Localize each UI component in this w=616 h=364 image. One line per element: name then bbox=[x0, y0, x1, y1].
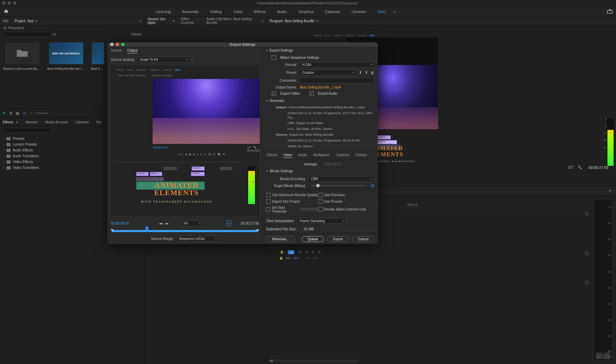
queue-button[interactable]: Queue bbox=[302, 236, 324, 242]
freeform-icon[interactable]: ▭ bbox=[23, 111, 26, 116]
source-overflow-icon[interactable]: » bbox=[262, 19, 264, 23]
icon-view-icon[interactable]: ▦ bbox=[16, 111, 19, 116]
effects-menu-icon[interactable]: ≡ bbox=[16, 120, 18, 124]
export-settings-header[interactable]: Export Settings bbox=[263, 46, 378, 54]
export-playhead-tc[interactable]: 00:00:06:00 bbox=[111, 221, 129, 225]
project-search-input[interactable] bbox=[3, 32, 51, 37]
lock-icon-2[interactable]: 🔒 bbox=[279, 256, 283, 260]
marker-dot[interactable] bbox=[585, 212, 589, 215]
import-project-checkbox[interactable] bbox=[266, 199, 271, 204]
quick-export-icon[interactable] bbox=[607, 9, 613, 14]
info-tab[interactable]: Info bbox=[3, 19, 9, 23]
program-tab[interactable]: Program: Best Selling Bundle bbox=[270, 19, 315, 23]
bin-item-2[interactable]: Best Sell... bbox=[91, 42, 105, 70]
bitrate-encoding-dropdown[interactable]: CBR bbox=[309, 176, 374, 182]
home-icon[interactable] bbox=[3, 9, 9, 14]
ws-audio[interactable]: Audio bbox=[277, 10, 287, 14]
rtab-mux[interactable]: Multiplexer bbox=[313, 153, 330, 158]
ws-editing[interactable]: Editing bbox=[210, 10, 222, 14]
out-icon[interactable]: ⭲ bbox=[314, 256, 317, 260]
project-file: Test.prproj bbox=[8, 26, 24, 30]
dlg-close-icon[interactable] bbox=[116, 43, 119, 46]
render-alpha-checkbox[interactable] bbox=[318, 207, 323, 212]
ws-assembly[interactable]: Assembly bbox=[182, 10, 199, 14]
next-frame-icon[interactable]: ▸▸ bbox=[165, 221, 169, 225]
panel-overflow-icon[interactable]: » bbox=[140, 19, 142, 23]
workspace-overflow-icon[interactable]: » bbox=[394, 10, 396, 14]
ws-graphics[interactable]: Graphics bbox=[298, 10, 313, 14]
wrench-icon[interactable]: 🔧 bbox=[578, 165, 582, 169]
rtab-effects[interactable]: Effects bbox=[267, 153, 277, 158]
ws-main[interactable]: Main bbox=[378, 10, 386, 14]
export-video-checkbox[interactable] bbox=[272, 91, 276, 96]
ws-captions[interactable]: Captions bbox=[325, 10, 340, 14]
time-interp-dropdown[interactable]: Frame Sampling bbox=[297, 218, 346, 224]
panel-menu-icon[interactable]: ≡ bbox=[36, 19, 38, 23]
tab-effects[interactable]: Effects bbox=[3, 120, 13, 124]
bitrate-header[interactable]: Bitrate Settings bbox=[263, 167, 378, 175]
preset-dropdown[interactable]: Custom bbox=[300, 70, 356, 76]
export-button[interactable]: Export bbox=[327, 236, 349, 242]
aspect-icon[interactable]: ▭ bbox=[226, 220, 231, 226]
max-render-checkbox[interactable] bbox=[266, 193, 271, 197]
in-icon[interactable]: ⭰ bbox=[308, 256, 311, 260]
metadata-button[interactable]: Metadata... bbox=[266, 236, 295, 242]
export-range-slider[interactable] bbox=[112, 230, 258, 232]
save-preset-icon[interactable]: ⬇ bbox=[359, 70, 362, 75]
dlg-tab-source[interactable]: Source bbox=[111, 49, 122, 53]
bin-item-0[interactable]: Bounce Color Lucent Ba... 21 items bbox=[3, 42, 41, 70]
track-A3[interactable]: A3 bbox=[288, 250, 294, 254]
project-tab[interactable]: Project: Test bbox=[15, 19, 34, 23]
ws-libraries[interactable]: Libraries bbox=[351, 10, 366, 14]
start-tc-checkbox[interactable] bbox=[266, 207, 270, 212]
effects-search-input[interactable] bbox=[3, 128, 51, 133]
sync-icon[interactable]: ⊟ bbox=[298, 250, 301, 254]
prev-frame-icon[interactable]: ◂◂ bbox=[159, 221, 163, 225]
ws-effects[interactable]: Effects bbox=[254, 10, 265, 14]
window-controls[interactable] bbox=[2, 1, 16, 5]
delete-preset-icon[interactable]: 🗑 bbox=[371, 71, 374, 75]
use-previews-checkbox[interactable] bbox=[318, 193, 323, 197]
sort-icon[interactable]: ○ bbox=[29, 111, 32, 115]
bin-item-1[interactable]: BEST SELLER BUNDLE Best Selling Bundle.m… bbox=[47, 42, 85, 70]
bin-icon[interactable]: 🗀 bbox=[3, 26, 7, 30]
comments-input[interactable] bbox=[300, 78, 374, 83]
source-tab[interactable]: Source: (no clips) bbox=[147, 17, 171, 25]
source-range-dropdown[interactable]: Sequence In/Out bbox=[177, 236, 219, 242]
match-sequence-checkbox[interactable] bbox=[272, 55, 276, 60]
use-proxies-checkbox[interactable] bbox=[318, 199, 323, 204]
source-scaling-dropdown[interactable]: Scale To Fit bbox=[138, 57, 190, 63]
audio-mixer-tab[interactable]: Audio Clip Mixer: Best Selling Bundle bbox=[207, 17, 256, 25]
add-button-icon[interactable]: ＋ bbox=[608, 188, 613, 194]
fit-dropdown[interactable]: Fit bbox=[182, 220, 203, 226]
target-bitrate-value[interactable]: 16 bbox=[371, 184, 374, 188]
dlg-zoom-icon[interactable] bbox=[121, 43, 125, 46]
import-preset-icon[interactable]: ⬆ bbox=[365, 70, 368, 75]
lock-icon[interactable]: 🔒 bbox=[280, 250, 284, 254]
list-view-icon[interactable]: ≣ bbox=[9, 111, 12, 116]
pen-icon[interactable]: ✎ bbox=[3, 111, 6, 116]
rtab-captions[interactable]: Captions bbox=[336, 153, 349, 158]
export-audio-checkbox[interactable] bbox=[309, 91, 314, 96]
tab-markers[interactable]: Markers bbox=[25, 120, 38, 124]
new-bin-icon[interactable]: 🗀 bbox=[53, 32, 56, 36]
rtab-publish[interactable]: Publish bbox=[356, 153, 367, 158]
source-menu-icon[interactable]: ≡ bbox=[173, 19, 175, 23]
tab-media-browser[interactable]: Media Browser bbox=[45, 120, 68, 124]
program-menu-icon[interactable]: ≡ bbox=[317, 19, 319, 23]
ws-learning[interactable]: Learning bbox=[156, 10, 171, 14]
output-name-link[interactable]: Best Selling Bundle_1.mp4 bbox=[300, 85, 341, 89]
rtab-video[interactable]: Video bbox=[283, 153, 292, 158]
tab-history[interactable]: His bbox=[96, 120, 101, 124]
effect-controls-tab[interactable]: Effect Controls bbox=[181, 17, 201, 25]
rtab-audio[interactable]: Audio bbox=[298, 153, 307, 158]
ws-color[interactable]: Color bbox=[233, 10, 242, 14]
timeline-scrollbar[interactable] bbox=[270, 360, 359, 362]
cancel-button[interactable]: Cancel bbox=[352, 236, 374, 242]
format-dropdown[interactable]: H.264 bbox=[300, 62, 374, 68]
tab-libraries[interactable]: Libraries bbox=[76, 120, 89, 124]
summary-header[interactable]: Summary bbox=[263, 97, 378, 105]
target-bitrate-slider[interactable] bbox=[311, 185, 365, 186]
voice-icon[interactable]: 🎙 bbox=[318, 250, 321, 254]
dlg-tab-output[interactable]: Output bbox=[127, 49, 138, 53]
